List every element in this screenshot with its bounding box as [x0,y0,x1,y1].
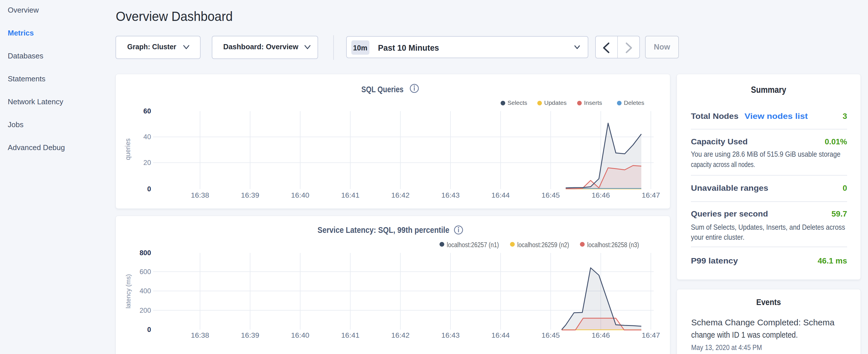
svg-text:your entire cluster.: your entire cluster. [691,233,744,241]
svg-text:40: 40 [143,133,151,141]
svg-text:16:39: 16:39 [241,191,259,199]
svg-text:Inserts: Inserts [584,99,602,106]
svg-text:Unavailable ranges: Unavailable ranges [691,184,768,192]
svg-text:localhost:26259 (n2): localhost:26259 (n2) [517,241,569,249]
svg-text:queries: queries [124,138,131,160]
svg-text:You are using 28.6 MiB of 515.: You are using 28.6 MiB of 515.9 GiB usab… [691,150,840,158]
svg-text:Service Latency: SQL, 99th per: Service Latency: SQL, 99th percentile [317,225,449,234]
svg-text:800: 800 [140,249,151,257]
svg-text:Overview: Overview [8,6,39,14]
svg-text:16:41: 16:41 [341,331,359,339]
svg-text:16:38: 16:38 [191,331,209,339]
svg-text:16:43: 16:43 [441,331,460,339]
svg-text:16:46: 16:46 [591,331,610,339]
svg-text:600: 600 [140,268,151,276]
svg-text:16:45: 16:45 [541,191,560,199]
svg-text:16:44: 16:44 [492,191,510,199]
svg-text:46.1 ms: 46.1 ms [817,256,847,265]
svg-text:0: 0 [147,326,151,333]
svg-text:Schema Change Completed: Schem: Schema Change Completed: Schema [691,318,835,327]
svg-text:localhost:26257 (n1): localhost:26257 (n1) [447,241,499,249]
svg-text:16:46: 16:46 [591,191,610,199]
svg-text:16:45: 16:45 [541,331,560,339]
svg-text:Now: Now [654,43,671,51]
svg-text:10m: 10m [353,44,367,52]
svg-text:3: 3 [842,112,847,121]
svg-text:200: 200 [140,307,151,314]
svg-text:0: 0 [147,185,151,193]
svg-text:20: 20 [143,159,151,166]
svg-text:change with ID 1 was completed: change with ID 1 was completed. [691,330,798,340]
svg-text:Jobs: Jobs [8,120,24,129]
svg-text:P99 latency: P99 latency [691,256,738,265]
svg-text:Graph: Cluster: Graph: Cluster [127,42,176,51]
svg-text:latency (ms): latency (ms) [125,274,132,309]
svg-text:Updates: Updates [544,99,566,106]
svg-text:16:47: 16:47 [642,191,660,199]
svg-text:59.7: 59.7 [832,210,847,218]
svg-text:SQL Queries: SQL Queries [361,85,403,94]
svg-text:400: 400 [140,287,151,295]
svg-text:localhost:26258 (n3): localhost:26258 (n3) [587,241,639,249]
svg-text:60: 60 [143,107,151,115]
svg-text:16:40: 16:40 [291,191,309,199]
svg-text:Deletes: Deletes [624,99,644,106]
svg-text:16:43: 16:43 [441,191,460,199]
svg-text:Network Latency: Network Latency [8,97,63,106]
svg-text:Advanced Debug: Advanced Debug [8,143,65,152]
svg-text:Capacity Used: Capacity Used [691,137,748,146]
svg-text:Events: Events [756,297,781,307]
svg-text:Total Nodes: Total Nodes [691,112,739,121]
svg-text:16:39: 16:39 [241,331,259,339]
svg-text:Databases: Databases [8,52,43,60]
svg-text:capacity across all nodes.: capacity across all nodes. [691,160,755,168]
svg-text:Queries per second: Queries per second [691,210,768,218]
svg-text:16:38: 16:38 [191,191,209,199]
svg-text:16:42: 16:42 [391,331,409,339]
svg-text:16:41: 16:41 [341,191,359,199]
svg-text:Selects: Selects [507,99,527,106]
svg-text:Dashboard: Overview: Dashboard: Overview [223,42,299,51]
svg-text:16:40: 16:40 [291,331,309,339]
svg-text:0: 0 [842,184,847,192]
svg-text:Summary: Summary [751,85,786,95]
svg-text:Statements: Statements [8,74,45,83]
svg-text:May 13, 2020 at 4:45 PM: May 13, 2020 at 4:45 PM [691,343,762,352]
svg-text:View nodes list: View nodes list [744,112,808,121]
svg-text:16:47: 16:47 [642,331,660,339]
svg-text:Sum of Selects, Updates, Inser: Sum of Selects, Updates, Inserts, and De… [691,223,845,231]
svg-text:16:42: 16:42 [391,191,409,199]
svg-text:Metrics: Metrics [8,29,34,37]
svg-text:16:44: 16:44 [492,331,510,339]
svg-text:0.01%: 0.01% [825,137,847,146]
svg-text:Overview Dashboard: Overview Dashboard [116,9,233,24]
svg-text:Past 10 Minutes: Past 10 Minutes [378,43,439,53]
